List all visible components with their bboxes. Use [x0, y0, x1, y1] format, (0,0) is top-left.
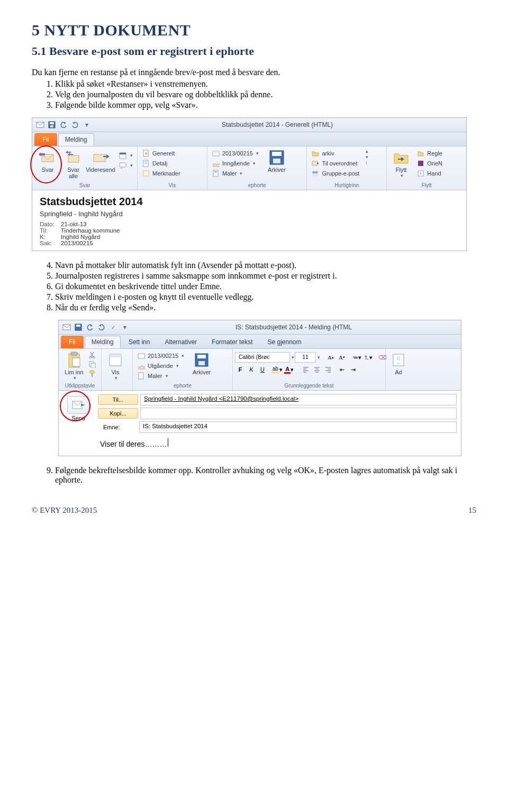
- save-icon[interactable]: [47, 120, 57, 130]
- tab-settinn[interactable]: Sett inn: [122, 336, 157, 348]
- bold-button[interactable]: F: [235, 364, 246, 375]
- step-item: Velg den journalposten du vil besvare og…: [55, 90, 476, 99]
- svg-rect-41: [110, 354, 121, 357]
- redo-icon[interactable]: [70, 120, 80, 130]
- send-label: Send: [71, 415, 85, 421]
- bullets-icon[interactable]: ≔▾: [351, 352, 362, 363]
- save-disk-icon: [268, 149, 286, 167]
- svg-rect-8: [120, 153, 126, 154]
- copy-icon[interactable]: [88, 361, 96, 370]
- indent-less-icon[interactable]: ⇤: [337, 364, 347, 375]
- tab-fil[interactable]: Fil: [34, 133, 57, 146]
- more-icon[interactable]: ▾: [82, 120, 92, 130]
- maler-selector[interactable]: Maler▾: [210, 169, 261, 178]
- svg-rect-9: [120, 163, 126, 167]
- forward-mail-icon: [311, 159, 320, 168]
- underline-button[interactable]: U: [257, 364, 268, 375]
- spell-icon[interactable]: ✓: [108, 322, 118, 332]
- doc-star-icon: [142, 149, 150, 158]
- template-icon: [212, 169, 220, 178]
- svg-rect-26: [418, 161, 423, 166]
- svg-rect-30: [76, 325, 80, 327]
- tab-melding[interactable]: Melding: [58, 133, 94, 146]
- handlinger-button[interactable]: Hand: [414, 169, 444, 178]
- regler-button[interactable]: Regle: [414, 149, 444, 158]
- grow-font-icon[interactable]: A▴: [325, 352, 336, 363]
- undo-icon[interactable]: [85, 322, 95, 332]
- chevron-up-icon[interactable]: ▴: [365, 149, 368, 154]
- tab-melding[interactable]: Melding: [85, 336, 121, 348]
- align-center-icon[interactable]: [312, 364, 322, 375]
- align-left-icon[interactable]: [301, 364, 311, 375]
- sak-selector[interactable]: 2013/00215▾: [135, 351, 186, 361]
- detalj-button[interactable]: Detalj: [140, 159, 183, 168]
- svg-rect-3: [50, 125, 53, 127]
- svg-point-60: [396, 356, 401, 361]
- more-reply-button[interactable]: ▾: [116, 161, 135, 170]
- overordnet-quick[interactable]: Til overordnet: [309, 159, 361, 168]
- window-title: IS: Statsbudsjettet 2014 - Melding (HTML: [130, 324, 458, 331]
- inbox-icon: [212, 159, 220, 168]
- mail-icon: [62, 322, 71, 332]
- onenote-icon: [416, 159, 425, 168]
- til-button[interactable]: Til...: [98, 394, 138, 405]
- onenote-button[interactable]: OneN: [414, 159, 444, 168]
- indent-more-icon[interactable]: ⇥: [348, 364, 358, 375]
- gruppe-quick[interactable]: Gruppe-e-post: [309, 169, 361, 178]
- redo-icon[interactable]: [97, 322, 106, 332]
- kopi-field[interactable]: [140, 408, 457, 419]
- send-icon: [71, 400, 85, 410]
- lim-inn-button[interactable]: Lim inn▾: [61, 350, 87, 381]
- more-icon[interactable]: ▾: [120, 322, 130, 332]
- svg-rect-22: [312, 161, 318, 165]
- cut-icon[interactable]: [88, 351, 96, 360]
- message-subject: Statsbudsjettet 2014: [40, 196, 460, 208]
- compose-body: Send Til... Springfield - Inghild Nygård…: [59, 391, 461, 456]
- numbering-icon[interactable]: ⒈▾: [362, 352, 373, 363]
- message-editor[interactable]: Viser til deres………: [98, 438, 457, 448]
- vis-button[interactable]: Vis▾: [104, 350, 127, 381]
- tab-segjennom[interactable]: Se gjennom: [260, 336, 308, 348]
- undo-icon[interactable]: [59, 120, 68, 130]
- svar-alle-button[interactable]: Svar alle: [62, 147, 85, 179]
- paste-icon: [65, 351, 83, 369]
- overflow-icon[interactable]: ⁝: [365, 160, 368, 165]
- kopi-button[interactable]: Kopi...: [98, 408, 138, 419]
- addressbook-icon: [389, 351, 407, 369]
- sak-selector[interactable]: 2013/00215▾: [210, 149, 261, 158]
- tab-fil[interactable]: Fil: [61, 336, 84, 348]
- flytt-button[interactable]: Flytt▾: [389, 147, 413, 178]
- svg-rect-43: [139, 373, 143, 379]
- arkiver-button[interactable]: Arkiver: [262, 147, 292, 173]
- inng-selector[interactable]: Inngående▾: [210, 159, 261, 168]
- save-icon[interactable]: [74, 322, 83, 332]
- tab-formater[interactable]: Formater tekst: [205, 336, 259, 348]
- merknader-button[interactable]: Merknader: [140, 169, 183, 178]
- font-size-select[interactable]: 11: [295, 352, 316, 363]
- generelt-button[interactable]: Generelt: [140, 149, 183, 158]
- svar-button[interactable]: Svar: [34, 147, 61, 173]
- align-right-icon[interactable]: [323, 364, 333, 375]
- utg-selector[interactable]: Utgående▾: [135, 361, 186, 371]
- emne-field[interactable]: IS: Statsbudsjettet 2014: [139, 421, 457, 433]
- font-color-icon[interactable]: A▾: [284, 364, 294, 375]
- reply-icon: [39, 149, 57, 167]
- til-field[interactable]: Springfield - Inghild Nygård <E211790@sp…: [140, 394, 457, 405]
- arkiver-button[interactable]: Arkiver: [187, 350, 216, 375]
- shrink-font-icon[interactable]: A▾: [337, 352, 347, 363]
- chevron-down-icon[interactable]: ▾: [365, 154, 368, 160]
- format-painter-icon[interactable]: [88, 370, 96, 379]
- highlight-icon[interactable]: ab▾: [271, 364, 283, 375]
- videresend-button[interactable]: Videresend: [86, 147, 115, 173]
- italic-button[interactable]: K: [246, 364, 257, 375]
- tab-alternativer[interactable]: Alternativer: [158, 336, 204, 348]
- meeting-button[interactable]: ▾: [116, 151, 135, 160]
- ribbon: Lim inn▾ Utklippstavle Vis▾: [59, 349, 461, 391]
- move-folder-icon: [392, 149, 410, 167]
- maler-selector[interactable]: Maler▾: [135, 371, 186, 381]
- font-family-select[interactable]: Calibri (Brøc: [235, 352, 290, 363]
- svg-rect-6: [94, 154, 105, 162]
- arkiv-quick[interactable]: arkiv: [309, 149, 361, 158]
- send-button[interactable]: [67, 396, 89, 414]
- addressbook-button[interactable]: Ad: [388, 350, 409, 375]
